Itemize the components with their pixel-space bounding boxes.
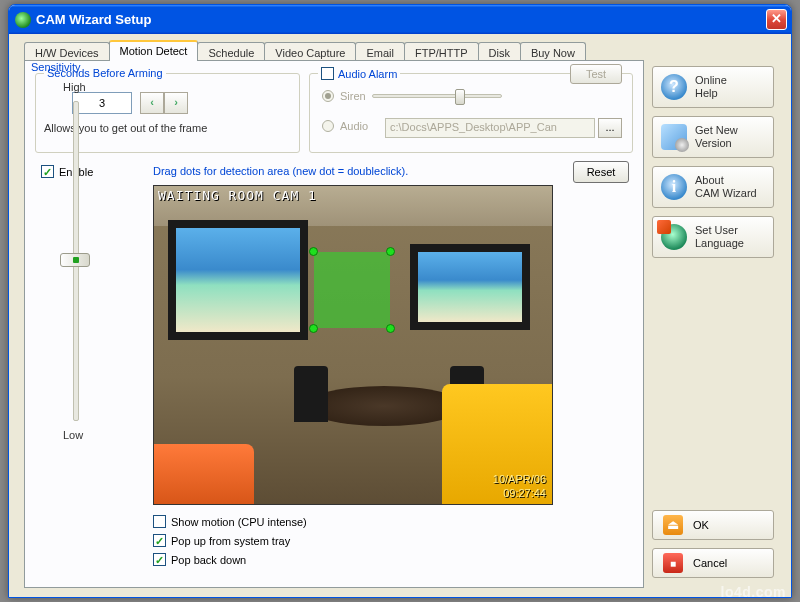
audio-test-button[interactable]: Test — [570, 64, 622, 84]
audio-alarm-legend: Audio Alarm — [318, 67, 400, 80]
show-motion-label: Show motion (CPU intense) — [171, 516, 307, 528]
audio-alarm-group: Audio Alarm Test Siren Audio c:\Docs\APP… — [309, 73, 633, 153]
table — [304, 386, 464, 426]
detection-handle-bl[interactable] — [309, 324, 318, 333]
close-button[interactable]: ✕ — [766, 9, 787, 30]
titlebar: CAM Wizard Setup ✕ — [9, 5, 791, 34]
siren-radio-row: Siren — [322, 90, 502, 102]
chair-1 — [294, 366, 328, 422]
wall-picture-2 — [410, 244, 530, 330]
siren-volume-thumb[interactable] — [455, 89, 465, 105]
app-icon — [15, 12, 31, 28]
wall-picture-1 — [168, 220, 308, 340]
detection-handle-tl[interactable] — [309, 247, 318, 256]
popback-checkbox[interactable] — [153, 553, 166, 566]
siren-volume-slider[interactable] — [372, 94, 502, 98]
detection-area[interactable] — [314, 252, 390, 328]
ok-button[interactable]: OK — [652, 510, 774, 540]
audio-file-label: Audio — [340, 120, 368, 132]
globe-icon — [661, 224, 687, 250]
camera-timestamp: 10/APR/0609:27:44 — [493, 472, 546, 500]
audio-alarm-label: Audio Alarm — [338, 68, 397, 80]
info-icon — [661, 174, 687, 200]
sensitivity-thumb[interactable] — [60, 253, 90, 267]
detection-handle-tr[interactable] — [386, 247, 395, 256]
sensitivity-high-label: High — [63, 81, 86, 93]
online-help-button[interactable]: OnlineHelp — [652, 66, 774, 108]
window-title: CAM Wizard Setup — [36, 12, 766, 27]
arming-hint: Allows you to get out of the frame — [44, 122, 207, 134]
enable-checkbox[interactable] — [41, 165, 54, 178]
download-icon — [661, 124, 687, 150]
tab-motion-detect[interactable]: Motion Detect — [109, 40, 199, 61]
help-icon — [661, 74, 687, 100]
audio-alarm-checkbox[interactable] — [321, 67, 334, 80]
cancel-button[interactable]: Cancel — [652, 548, 774, 578]
audio-browse-button[interactable]: ... — [598, 118, 622, 138]
audio-path-input[interactable]: c:\Docs\APPS_Desktop\APP_Can — [385, 118, 595, 138]
audio-file-radio[interactable] — [322, 120, 334, 132]
arming-decrease-button[interactable]: ‹ — [140, 92, 164, 114]
siren-radio[interactable] — [322, 90, 334, 102]
about-label: AboutCAM Wizard — [695, 174, 757, 200]
orange-couch — [154, 444, 254, 504]
set-language-button[interactable]: Set UserLanguage — [652, 216, 774, 258]
siren-label: Siren — [340, 90, 366, 102]
enable-row: Enable — [41, 165, 93, 178]
popback-row: Pop back down — [153, 553, 307, 566]
popup-label: Pop up from system tray — [171, 535, 290, 547]
client-area: H/W Devices Motion Detect Schedule Video… — [12, 34, 788, 594]
app-window: CAM Wizard Setup ✕ H/W Devices Motion De… — [8, 4, 792, 598]
sensitivity-legend: Sensitivity — [31, 61, 81, 73]
side-button-column: OnlineHelp Get NewVersion AboutCAM Wizar… — [652, 66, 774, 258]
arming-increase-button[interactable]: › — [164, 92, 188, 114]
sensitivity-low-label: Low — [63, 429, 83, 441]
get-new-version-button[interactable]: Get NewVersion — [652, 116, 774, 158]
show-motion-row: Show motion (CPU intense) — [153, 515, 307, 528]
get-new-version-label: Get NewVersion — [695, 124, 738, 150]
detection-handle-br[interactable] — [386, 324, 395, 333]
camera-preview[interactable]: WAITING ROOM CAM 1 10/APR/0609:27:44 — [153, 185, 553, 505]
reset-button[interactable]: Reset — [573, 161, 629, 183]
arming-seconds-input[interactable]: 3 — [72, 92, 132, 114]
show-motion-checkbox[interactable] — [153, 515, 166, 528]
arming-stepper: ‹ › — [140, 92, 188, 114]
tab-panel: Seconds Before Arming 3 ‹ › Allows you t… — [24, 60, 644, 588]
online-help-label: OnlineHelp — [695, 74, 727, 100]
cancel-icon — [663, 553, 683, 573]
popup-row: Pop up from system tray — [153, 534, 307, 547]
audio-radio-row: Audio — [322, 120, 368, 132]
action-button-column: OK Cancel — [652, 510, 774, 578]
ok-icon — [663, 515, 683, 535]
bottom-checkboxes: Show motion (CPU intense) Pop up from sy… — [153, 515, 307, 566]
popup-checkbox[interactable] — [153, 534, 166, 547]
preview-scene — [154, 186, 552, 504]
ok-label: OK — [693, 519, 709, 531]
watermark: lo4d.com — [721, 584, 786, 600]
tab-strip: H/W Devices Motion Detect Schedule Video… — [24, 40, 585, 61]
cancel-label: Cancel — [693, 557, 727, 569]
drag-hint: Drag dots for detection area (new dot = … — [153, 165, 408, 177]
popback-label: Pop back down — [171, 554, 246, 566]
camera-overlay-text: WAITING ROOM CAM 1 — [158, 188, 317, 203]
about-button[interactable]: AboutCAM Wizard — [652, 166, 774, 208]
set-language-label: Set UserLanguage — [695, 224, 744, 250]
